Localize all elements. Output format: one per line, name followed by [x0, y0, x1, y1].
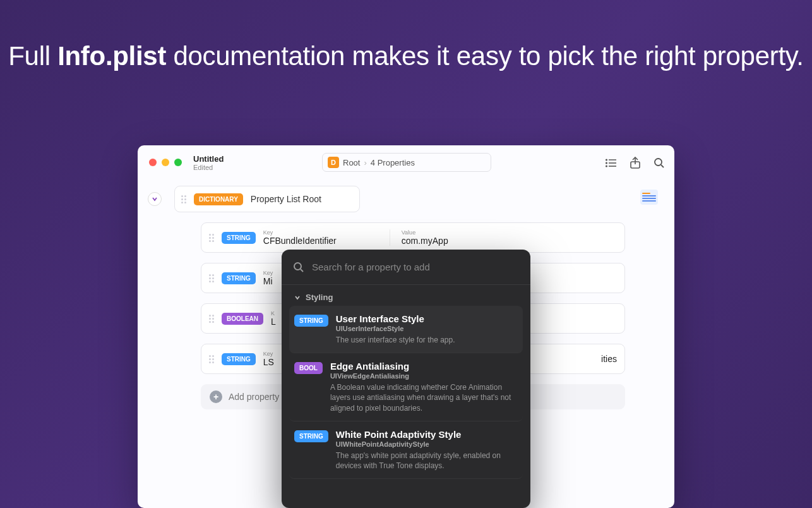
plus-icon: +	[210, 390, 222, 403]
close-button[interactable]	[149, 159, 157, 166]
collapse-chevron-icon[interactable]	[148, 192, 162, 206]
type-badge-string: STRING	[222, 232, 256, 244]
svg-point-3	[606, 159, 607, 160]
property-value: com.myApp	[402, 236, 448, 246]
svg-point-5	[606, 166, 607, 167]
option-title: User Interface Style	[336, 313, 518, 324]
titlebar: Untitled Edited D Root › 4 Properties	[138, 145, 674, 179]
option-description: The app's white point adaptivity style, …	[336, 451, 518, 471]
breadcrumb[interactable]: D Root › 4 Properties	[322, 153, 491, 172]
svg-point-4	[606, 162, 607, 164]
search-input[interactable]	[312, 262, 519, 272]
list-icon[interactable]	[605, 157, 618, 169]
svg-line-11	[301, 269, 303, 272]
search-icon[interactable]	[653, 157, 666, 169]
popover-results-list: STRING User Interface Style UIUserInterf…	[282, 306, 530, 479]
option-key: UIViewEdgeAntialiasing	[330, 372, 518, 380]
option-description: A Boolean value indicating whether Core …	[330, 382, 518, 413]
window-subtitle: Edited	[193, 164, 224, 171]
key-label: Key	[263, 229, 371, 236]
drag-handle-icon[interactable]	[209, 315, 214, 323]
type-badge-boolean: BOOLEAN	[222, 313, 263, 325]
documentation-view-icon[interactable]	[640, 190, 658, 205]
svg-line-9	[661, 165, 664, 167]
value-label: Value	[402, 229, 448, 236]
add-button-label: Add property to	[229, 392, 289, 402]
title-group: Untitled Edited	[193, 154, 224, 171]
option-title: Edge Antialiasing	[330, 361, 518, 372]
root-label: Property List Root	[251, 194, 321, 204]
option-description: The user interface style for the app.	[336, 335, 518, 345]
root-property-row[interactable]: DICTIONARY Property List Root	[174, 186, 360, 212]
type-badge-string: STRING	[222, 272, 256, 284]
property-option[interactable]: BOOL Edge Antialiasing UIViewEdgeAntiali…	[289, 353, 523, 421]
property-value: ities	[601, 354, 617, 364]
chevron-down-icon	[294, 294, 301, 301]
option-title: White Point Adaptivity Style	[336, 429, 518, 440]
property-option[interactable]: STRING User Interface Style UIUserInterf…	[289, 306, 523, 353]
property-picker-popover: Styling STRING User Interface Style UIUs…	[282, 250, 530, 508]
type-badge-string: STRING	[294, 430, 328, 442]
minimize-button[interactable]	[162, 159, 169, 166]
toolbar-right	[605, 157, 666, 169]
window-controls	[149, 159, 182, 166]
popover-search-bar	[282, 250, 530, 285]
window-title: Untitled	[193, 154, 224, 164]
dictionary-icon: D	[328, 157, 339, 168]
property-key: CFBundleIdentifier	[263, 236, 371, 246]
chevron-right-icon: ›	[364, 158, 366, 167]
search-icon	[293, 262, 304, 273]
marketing-headline: Full Info.plist documentation makes it e…	[0, 0, 812, 74]
section-header-styling[interactable]: Styling	[282, 285, 530, 306]
type-badge-dictionary: DICTIONARY	[194, 193, 243, 205]
property-option[interactable]: STRING White Point Adaptivity Style UIWh…	[289, 421, 523, 479]
drag-handle-icon[interactable]	[209, 234, 214, 242]
drag-handle-icon[interactable]	[209, 355, 214, 363]
type-badge-bool: BOOL	[294, 362, 323, 374]
option-key: UIWhitePointAdaptivityStyle	[336, 440, 518, 448]
breadcrumb-root: Root	[343, 158, 360, 167]
breadcrumb-count: 4 Properties	[371, 158, 415, 167]
type-badge-string: STRING	[222, 353, 256, 365]
type-badge-string: STRING	[294, 315, 328, 327]
property-row[interactable]: STRING Key CFBundleIdentifier Value com.…	[201, 222, 625, 253]
drag-handle-icon[interactable]	[209, 274, 214, 282]
svg-point-8	[655, 159, 662, 166]
svg-point-10	[294, 263, 301, 270]
zoom-button[interactable]	[174, 159, 182, 166]
drag-handle-icon[interactable]	[181, 195, 186, 203]
share-icon[interactable]	[629, 157, 642, 169]
option-key: UIUserInterfaceStyle	[336, 325, 518, 332]
